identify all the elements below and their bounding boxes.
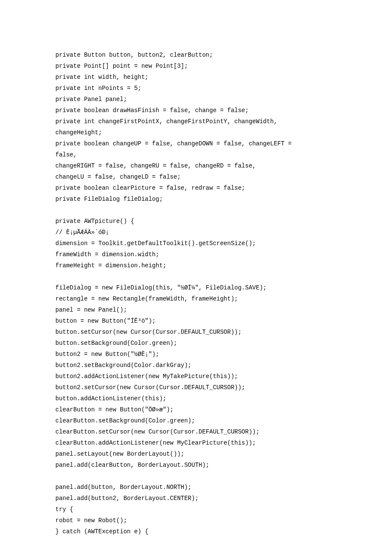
- code-block: private Button button, button2, clearBut…: [55, 49, 337, 537]
- code-document: private Button button, button2, clearBut…: [0, 0, 392, 555]
